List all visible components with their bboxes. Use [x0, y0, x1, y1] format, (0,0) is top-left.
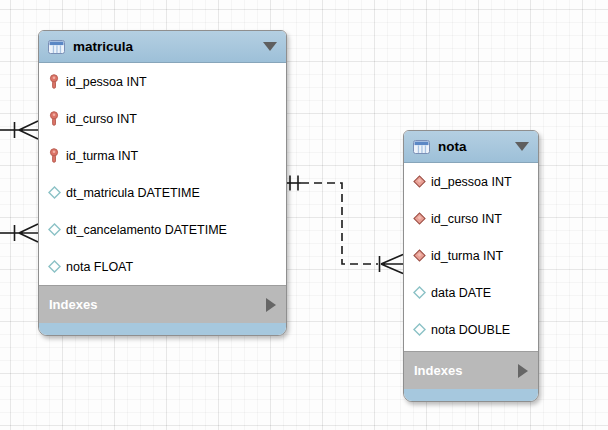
relationship-line-left-lower[interactable] [0, 224, 38, 242]
column-label: id_turma INT [66, 149, 138, 163]
indexes-section[interactable]: Indexes [404, 351, 538, 389]
column-label: dt_cancelamento DATETIME [66, 223, 227, 237]
column-row[interactable]: dt_cancelamento DATETIME [39, 211, 286, 248]
column-list: id_pessoa INTid_curso INTid_turma INTdt_… [39, 63, 286, 285]
table-icon [413, 140, 430, 154]
table-title: nota [438, 139, 515, 154]
primary-key-icon [47, 74, 61, 90]
column-row[interactable]: id_curso INT [39, 100, 286, 137]
expand-arrow-icon[interactable] [518, 364, 528, 378]
table-header-matricula[interactable]: matricula [39, 31, 286, 63]
expand-arrow-icon[interactable] [266, 298, 276, 312]
column-row[interactable]: nota FLOAT [39, 248, 286, 285]
table-bottom-strip [404, 389, 538, 401]
column-label: nota FLOAT [66, 260, 133, 274]
crow-foot [19, 121, 38, 139]
column-label: id_pessoa INT [431, 175, 512, 189]
indexes-section[interactable]: Indexes [39, 285, 286, 323]
column-diamond-filled-icon [412, 249, 426, 262]
indexes-label: Indexes [414, 363, 518, 378]
table-matricula[interactable]: matricula id_pessoa INTid_curso INTid_tu… [38, 30, 287, 336]
column-row[interactable]: dt_matricula DATETIME [39, 174, 286, 211]
column-row[interactable]: id_pessoa INT [404, 163, 538, 200]
column-label: dt_matricula DATETIME [66, 186, 200, 200]
primary-key-icon [47, 148, 61, 164]
table-icon [48, 40, 65, 54]
column-row[interactable]: id_turma INT [39, 137, 286, 174]
column-label: id_turma INT [431, 249, 503, 263]
table-title: matricula [73, 39, 263, 54]
column-list: id_pessoa INTid_curso INTid_turma INTdat… [404, 163, 538, 351]
column-label: id_curso INT [431, 212, 502, 226]
column-diamond-open-icon [47, 223, 61, 236]
column-diamond-filled-icon [412, 212, 426, 225]
column-row[interactable]: id_curso INT [404, 200, 538, 237]
table-bottom-strip [39, 323, 286, 335]
column-diamond-filled-icon [412, 175, 426, 188]
table-nota[interactable]: nota id_pessoa INTid_curso INTid_turma I… [403, 130, 539, 402]
indexes-label: Indexes [49, 297, 266, 312]
column-diamond-open-icon [47, 186, 61, 199]
crow-foot [381, 255, 403, 274]
primary-key-icon [47, 111, 61, 127]
column-diamond-open-icon [47, 260, 61, 273]
column-diamond-open-icon [412, 323, 426, 336]
column-label: id_pessoa INT [66, 75, 147, 89]
relationship-line-left-upper[interactable] [0, 121, 38, 139]
column-label: nota DOUBLE [431, 323, 510, 337]
relationship-line-matricula-nota[interactable] [286, 176, 403, 274]
collapse-arrow-icon[interactable] [263, 42, 277, 51]
column-row[interactable]: id_pessoa INT [39, 63, 286, 100]
crow-foot [19, 224, 38, 242]
column-row[interactable]: id_turma INT [404, 237, 538, 274]
column-row[interactable]: data DATE [404, 274, 538, 311]
column-label: id_curso INT [66, 112, 137, 126]
collapse-arrow-icon[interactable] [515, 142, 529, 151]
column-diamond-open-icon [412, 286, 426, 299]
table-header-nota[interactable]: nota [404, 131, 538, 163]
column-label: data DATE [431, 286, 491, 300]
column-row[interactable]: nota DOUBLE [404, 311, 538, 348]
